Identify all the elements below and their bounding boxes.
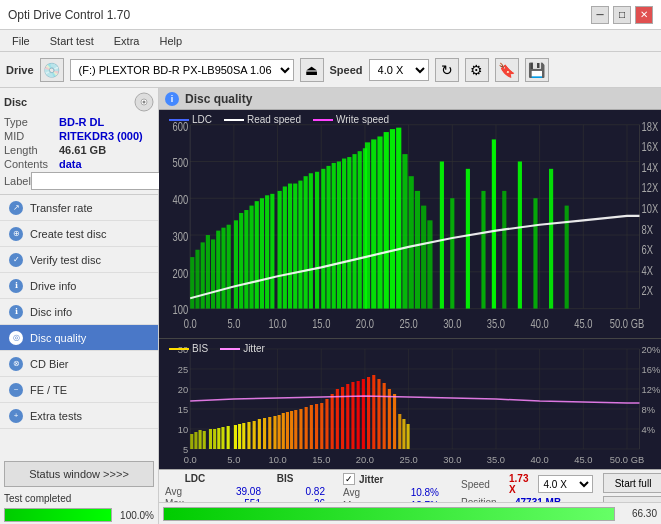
verify-test-disc-icon: ✓ xyxy=(8,252,24,268)
save-button[interactable]: 💾 xyxy=(525,58,549,82)
svg-rect-125 xyxy=(217,428,220,449)
label-input[interactable] xyxy=(31,172,160,190)
menu-help[interactable]: Help xyxy=(151,33,190,49)
minimize-button[interactable]: ─ xyxy=(591,6,609,24)
sidebar-item-verify-test-disc[interactable]: ✓ Verify test disc xyxy=(0,247,158,273)
svg-point-2 xyxy=(143,101,146,104)
svg-text:12%: 12% xyxy=(642,385,661,395)
extra-tests-label: Extra tests xyxy=(30,410,82,422)
svg-rect-60 xyxy=(402,154,407,308)
progress-percent: 100.0% xyxy=(120,510,154,521)
svg-rect-136 xyxy=(273,416,276,449)
svg-rect-73 xyxy=(549,169,553,309)
svg-text:12X: 12X xyxy=(642,181,659,195)
title-bar: Opti Drive Control 1.70 ─ □ ✕ xyxy=(0,0,661,30)
svg-text:200: 200 xyxy=(173,266,189,280)
svg-text:500: 500 xyxy=(173,156,189,170)
write-speed-legend-label: Write speed xyxy=(336,114,389,125)
svg-rect-154 xyxy=(362,379,365,449)
svg-text:100: 100 xyxy=(173,303,189,317)
refresh-button[interactable]: ↻ xyxy=(435,58,459,82)
svg-rect-142 xyxy=(299,409,302,449)
disc-header: Disc xyxy=(4,92,154,112)
svg-text:30.0: 30.0 xyxy=(443,455,461,465)
bis-header: BIS xyxy=(255,473,315,484)
maximize-button[interactable]: □ xyxy=(613,6,631,24)
svg-text:45.0: 45.0 xyxy=(574,455,592,465)
svg-rect-158 xyxy=(383,383,386,449)
bookmark-button[interactable]: 🔖 xyxy=(495,58,519,82)
svg-text:30.0: 30.0 xyxy=(443,316,461,330)
status-window-button[interactable]: Status window >> >> xyxy=(4,461,154,487)
svg-rect-157 xyxy=(377,379,380,449)
length-row: Length 46.61 GB xyxy=(4,144,154,156)
eject-button[interactable]: ⏏ xyxy=(300,58,324,82)
sidebar-item-extra-tests[interactable]: + Extra tests xyxy=(0,403,158,429)
menu-start-test[interactable]: Start test xyxy=(42,33,102,49)
drive-info-icon: ℹ xyxy=(8,278,24,294)
sidebar-item-cd-bier[interactable]: ⊗ CD Bier xyxy=(0,351,158,377)
svg-text:25: 25 xyxy=(178,365,188,375)
svg-text:40.0: 40.0 xyxy=(531,455,549,465)
svg-rect-72 xyxy=(533,198,537,308)
svg-rect-40 xyxy=(293,184,297,309)
settings-button[interactable]: ⚙ xyxy=(465,58,489,82)
svg-rect-132 xyxy=(253,421,256,449)
svg-text:6X: 6X xyxy=(642,243,654,257)
status-text: Test completed xyxy=(0,491,158,506)
speed-value: 1.73 X xyxy=(509,473,534,495)
svg-text:20.0: 20.0 xyxy=(356,455,374,465)
speed-select-stats[interactable]: 4.0 X xyxy=(538,475,593,493)
svg-rect-148 xyxy=(331,394,334,449)
drive-icon-button[interactable]: 💿 xyxy=(40,58,64,82)
type-key: Type xyxy=(4,116,59,128)
svg-text:5.0: 5.0 xyxy=(227,316,240,330)
svg-rect-163 xyxy=(407,424,410,449)
svg-rect-135 xyxy=(268,417,271,449)
svg-text:300: 300 xyxy=(173,229,189,243)
svg-rect-36 xyxy=(270,194,274,309)
progress-bar xyxy=(4,508,112,522)
svg-rect-153 xyxy=(357,381,360,449)
sidebar-item-fe-te[interactable]: ~ FE / TE xyxy=(0,377,158,403)
menu-file[interactable]: File xyxy=(4,33,38,49)
disc-info-icon: ℹ xyxy=(8,304,24,320)
progress-area: 100.0% xyxy=(0,506,158,524)
jitter-checkbox[interactable]: ✓ xyxy=(343,473,355,485)
jitter-avg-row: Avg 10.8% xyxy=(343,487,439,498)
svg-rect-22 xyxy=(195,250,199,309)
svg-rect-46 xyxy=(326,166,330,309)
sidebar-item-disc-info[interactable]: ℹ Disc info xyxy=(0,299,158,325)
drive-label: Drive xyxy=(6,64,34,76)
sidebar-item-drive-info[interactable]: ℹ Drive info xyxy=(0,273,158,299)
legend-jitter: Jitter xyxy=(220,343,265,354)
legend-bis: BIS xyxy=(169,343,208,354)
menu-extra[interactable]: Extra xyxy=(106,33,148,49)
svg-rect-44 xyxy=(315,172,319,309)
svg-rect-45 xyxy=(321,169,325,309)
svg-rect-129 xyxy=(238,424,241,449)
svg-rect-133 xyxy=(258,419,261,449)
svg-rect-159 xyxy=(388,389,391,449)
create-test-disc-label: Create test disc xyxy=(30,228,106,240)
jitter-avg-label: Avg xyxy=(343,487,375,498)
speed-select[interactable]: 4.0 X xyxy=(369,59,429,81)
right-panel: i Disc quality LDC Read speed xyxy=(159,88,661,524)
disc-icon[interactable] xyxy=(134,92,154,112)
svg-rect-70 xyxy=(502,191,506,309)
bottom-chart: BIS Jitter xyxy=(159,339,661,469)
svg-rect-47 xyxy=(332,163,336,309)
svg-rect-51 xyxy=(352,154,356,308)
start-full-button[interactable]: Start full xyxy=(603,473,661,493)
svg-text:25.0: 25.0 xyxy=(400,316,418,330)
contents-row: Contents data xyxy=(4,158,154,170)
left-panel: Disc Type BD-R DL MID RITEKDR3 (000) Len… xyxy=(0,88,159,524)
drive-select[interactable]: (F:) PLEXTOR BD-R PX-LB950SA 1.06 xyxy=(70,59,294,81)
sidebar-item-transfer-rate[interactable]: ↗ Transfer rate xyxy=(0,195,158,221)
type-value: BD-R DL xyxy=(59,116,104,128)
sidebar-item-disc-quality[interactable]: ◎ Disc quality xyxy=(0,325,158,351)
sidebar-item-create-test-disc[interactable]: ⊕ Create test disc xyxy=(0,221,158,247)
svg-rect-144 xyxy=(310,405,313,449)
ldc-color-swatch xyxy=(169,119,189,121)
close-button[interactable]: ✕ xyxy=(635,6,653,24)
